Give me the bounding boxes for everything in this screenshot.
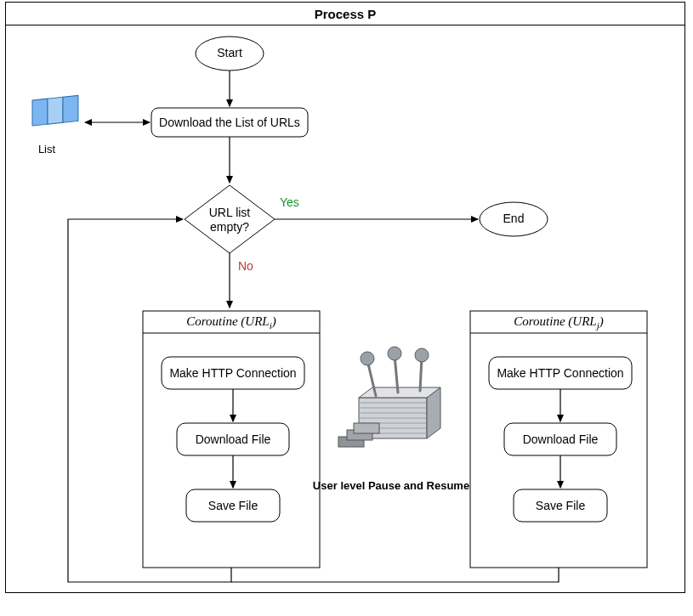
step-download-j: Download File	[523, 432, 599, 446]
coroutine-i-box: Coroutine (URLi) Make HTTP Connection Do…	[143, 311, 320, 568]
download-text: Download the List of URLs	[159, 116, 300, 129]
coroutine-j-box: Coroutine (URLj) Make HTTP Connection Do…	[470, 311, 647, 568]
step-save-i: Save File	[208, 499, 258, 512]
svg-point-37	[415, 348, 429, 362]
coroutine-j-title: Coroutine (URLj)	[514, 314, 603, 330]
start-text: Start	[217, 46, 242, 59]
download-urls-node: Download the List of URLs	[151, 108, 308, 137]
decision-node: URL list empty?	[185, 185, 275, 253]
pause-resume-caption: User level Pause and Resume	[313, 479, 469, 492]
step-http-i: Make HTTP Connection	[169, 366, 296, 380]
edge-j-join	[231, 568, 559, 582]
svg-point-36	[388, 347, 401, 360]
svg-rect-6	[63, 95, 78, 122]
svg-point-35	[361, 352, 374, 365]
end-node: End	[480, 202, 548, 236]
svg-line-33	[395, 355, 398, 393]
svg-rect-4	[32, 99, 48, 126]
flowchart-svg: Start Download the List of URLs List URL…	[0, 0, 693, 616]
no-label: No	[238, 259, 253, 273]
step-download-i: Download File	[196, 432, 271, 446]
step-http-j: Make HTTP Connection	[497, 366, 623, 380]
list-icon: List	[32, 95, 78, 155]
svg-marker-28	[359, 387, 440, 398]
coroutine-i-title: Coroutine (URLi)	[186, 314, 275, 330]
end-text: End	[503, 212, 525, 225]
svg-rect-31	[354, 423, 379, 433]
decision-line2: empty?	[210, 220, 249, 234]
start-node: Start	[196, 37, 264, 71]
list-label: List	[38, 143, 56, 155]
yes-label: Yes	[280, 195, 299, 209]
decision-line1: URL list	[209, 206, 251, 219]
lever-machine-icon	[338, 347, 440, 447]
svg-rect-5	[48, 97, 63, 124]
step-save-j: Save File	[536, 499, 586, 512]
